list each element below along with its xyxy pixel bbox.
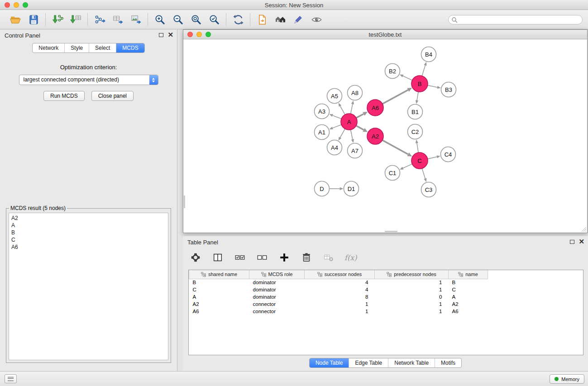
tab-network[interactable]: Network: [33, 43, 64, 52]
resize-grip[interactable]: [581, 227, 587, 232]
table-cell-name[interactable]: A6: [449, 308, 488, 315]
network-edge-A-A3[interactable]: [333, 115, 341, 119]
network-edge-A6-B[interactable]: [382, 90, 408, 104]
network-edge-A-A6[interactable]: [356, 114, 364, 118]
table-row[interactable]: Cdominator41C: [189, 286, 583, 293]
network-node-A2[interactable]: A2: [367, 128, 383, 144]
add-row-button[interactable]: [278, 251, 291, 264]
network-edge-A-A7[interactable]: [351, 130, 353, 139]
table-settings-button[interactable]: [189, 251, 202, 264]
close-table-panel-icon[interactable]: ✕: [578, 239, 584, 244]
tab-mcds[interactable]: MCDS: [116, 43, 144, 52]
table-cell-predecessors[interactable]: 1: [375, 308, 449, 315]
network-edge-A2-C[interactable]: [382, 140, 408, 154]
table-cell-shared-name[interactable]: B: [189, 279, 249, 286]
table-row[interactable]: Adominator80A: [189, 293, 583, 300]
run-mcds-button[interactable]: Run MCDS: [43, 91, 85, 101]
tab-select[interactable]: Select: [89, 43, 116, 52]
table-cell-mcds-role[interactable]: dominator: [249, 293, 305, 300]
network-node-D[interactable]: D: [315, 181, 330, 196]
network-node-D1[interactable]: D1: [344, 181, 359, 196]
table-cell-successors[interactable]: 4: [305, 279, 375, 286]
criterion-select[interactable]: largest connected component (directed): [19, 75, 158, 85]
network-edge-A-A2[interactable]: [356, 126, 364, 130]
zoom-selected-button[interactable]: [207, 13, 221, 26]
tab-motifs[interactable]: Motifs: [435, 358, 461, 367]
zoom-in-button[interactable]: [153, 13, 167, 26]
table-cell-name[interactable]: A: [449, 293, 488, 300]
close-panel-icon[interactable]: ✕: [167, 32, 173, 38]
column-header-mcds-role[interactable]: MCDS role: [249, 270, 305, 279]
column-visibility-button[interactable]: [211, 251, 224, 264]
export-table-button[interactable]: [111, 13, 124, 26]
table-cell-shared-name[interactable]: A2: [189, 300, 249, 308]
table-cell-predecessors[interactable]: 1: [375, 279, 449, 286]
home-network-button[interactable]: [273, 13, 287, 26]
network-edge-B-B3[interactable]: [428, 86, 437, 87]
column-header-predecessor-nodes[interactable]: predecessor nodes: [375, 270, 449, 279]
deselect-all-button[interactable]: [256, 251, 268, 264]
table-cell-successors[interactable]: 8: [305, 293, 375, 300]
network-node-A6[interactable]: A6: [367, 100, 383, 116]
function-builder-button[interactable]: f(x): [344, 251, 357, 264]
column-header-name[interactable]: name: [449, 270, 488, 279]
table-cell-shared-name[interactable]: C: [189, 286, 249, 293]
table-cell-shared-name[interactable]: A: [189, 293, 249, 300]
memory-button[interactable]: Memory: [550, 374, 584, 384]
network-node-A4[interactable]: A4: [327, 140, 342, 155]
table-row[interactable]: Bdominator41B: [189, 279, 583, 286]
save-session-button[interactable]: [27, 13, 40, 26]
network-edge-A-A8[interactable]: [351, 104, 353, 114]
apply-layout-button[interactable]: [231, 13, 245, 26]
export-network-button[interactable]: [93, 13, 106, 26]
network-edge-B-B4[interactable]: [422, 65, 425, 76]
network-edge-A-A4[interactable]: [340, 129, 345, 138]
tab-edge-table[interactable]: Edge Table: [349, 358, 388, 367]
network-node-B1[interactable]: B1: [408, 105, 423, 119]
table-cell-predecessors[interactable]: 1: [375, 286, 449, 293]
network-edge-B-B2[interactable]: [403, 76, 412, 81]
table-cell-name[interactable]: B: [449, 279, 488, 286]
network-edge-C-C1[interactable]: [403, 164, 412, 168]
zoom-out-button[interactable]: [171, 13, 185, 26]
tab-node-table[interactable]: Node Table: [310, 358, 349, 367]
network-node-A5[interactable]: A5: [327, 89, 342, 104]
network-canvas[interactable]: B4B2BB3A8A5A6B1A3AC2A1A2A4A7CC4C1C3DD1: [183, 39, 587, 233]
zoom-fit-button[interactable]: [189, 13, 203, 26]
import-table-disabled-button[interactable]: [322, 251, 335, 264]
select-all-button[interactable]: [234, 251, 246, 264]
import-table-button[interactable]: [69, 13, 82, 26]
network-edge-A-A1[interactable]: [333, 124, 341, 128]
mcds-result-item[interactable]: B: [11, 229, 166, 236]
network-node-A7[interactable]: A7: [348, 143, 363, 158]
table-cell-successors[interactable]: 4: [305, 286, 375, 293]
table-cell-successors[interactable]: 1: [305, 300, 375, 308]
delete-rows-button[interactable]: [300, 251, 313, 264]
mcds-result-item[interactable]: A6: [11, 243, 166, 251]
network-node-C2[interactable]: C2: [408, 124, 423, 139]
table-cell-mcds-role[interactable]: connector: [249, 308, 305, 315]
search-input[interactable]: [448, 15, 583, 24]
open-session-button[interactable]: [9, 13, 22, 26]
table-cell-predecessors[interactable]: 0: [375, 293, 449, 300]
network-node-A3[interactable]: A3: [315, 104, 330, 119]
table-cell-mcds-role[interactable]: dominator: [249, 286, 305, 293]
table-cell-mcds-role[interactable]: connector: [249, 300, 305, 308]
network-node-B3[interactable]: B3: [441, 82, 456, 97]
close-panel-button[interactable]: Close panel: [91, 91, 134, 101]
mcds-result-item[interactable]: A: [11, 222, 166, 229]
network-node-C3[interactable]: C3: [421, 182, 436, 197]
table-cell-name[interactable]: A2: [449, 300, 488, 308]
tab-network-table[interactable]: Network Table: [388, 358, 435, 367]
table-cell-mcds-role[interactable]: dominator: [249, 279, 305, 286]
network-node-C1[interactable]: C1: [385, 166, 400, 181]
table-cell-name[interactable]: C: [449, 286, 488, 293]
import-network-button[interactable]: [51, 13, 64, 26]
task-history-button[interactable]: [5, 374, 17, 383]
network-edge-C-C4[interactable]: [428, 157, 437, 159]
vertical-scrollbar-thumb[interactable]: [184, 195, 185, 208]
network-node-C[interactable]: C: [411, 152, 428, 169]
network-edge-C-C3[interactable]: [422, 168, 425, 178]
network-edge-A-A5[interactable]: [340, 106, 345, 114]
show-hide-button[interactable]: [310, 13, 323, 26]
